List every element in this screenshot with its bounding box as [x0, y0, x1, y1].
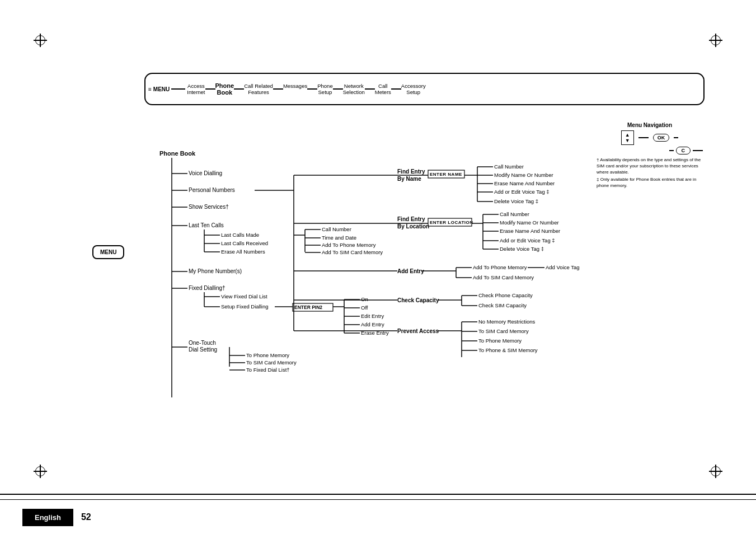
svg-text:One-Touch: One-Touch [189, 340, 216, 346]
svg-text:Delete Voice Tag ‡: Delete Voice Tag ‡ [494, 198, 538, 204]
nav-c-row: C [597, 147, 703, 154]
registration-mark-bl [34, 465, 47, 478]
menu-item-call-meters: Call Meters [375, 83, 391, 95]
svg-text:Add Entry: Add Entry [397, 268, 424, 274]
svg-text:Call Number: Call Number [500, 211, 529, 217]
page-number: 52 [81, 512, 91, 522]
svg-text:Add To SIM Card Memory: Add To SIM Card Memory [473, 274, 534, 280]
svg-text:Last Calls Received: Last Calls Received [221, 240, 268, 246]
svg-text:ENTER PIN2: ENTER PIN2 [294, 305, 322, 310]
nav-c-right-line [693, 150, 703, 151]
prefix-line [171, 88, 185, 90]
svg-text:Dial Setting: Dial Setting [189, 346, 217, 353]
menu-prefix: ≡ ≡MENU MENU [148, 86, 185, 92]
svg-text:Off: Off [361, 305, 368, 311]
svg-text:View Fixed Dial List: View Fixed Dial List [221, 293, 267, 299]
svg-text:To SIM Card Memory: To SIM Card Memory [478, 328, 529, 334]
svg-text:Time and Date: Time and Date [322, 235, 356, 241]
svg-text:Modify Name Or Number: Modify Name Or Number [500, 219, 559, 226]
svg-text:By Location: By Location [397, 223, 429, 229]
svg-text:To SIM Card Memory: To SIM Card Memory [246, 359, 297, 366]
footer-line-top [0, 499, 756, 500]
svg-text:Fixed Dialling†: Fixed Dialling† [189, 285, 226, 291]
phone-book-diagram: Phone Book Voice Dialling Personal Numbe… [143, 123, 602, 448]
svg-text:To Phone Memory: To Phone Memory [246, 352, 289, 358]
svg-text:Call Number: Call Number [322, 226, 351, 232]
svg-text:To Phone & SIM Memory: To Phone & SIM Memory [478, 347, 538, 353]
svg-text:ENTER NAME: ENTER NAME [430, 172, 462, 177]
menu-item-phone-setup: Phone Setup [317, 83, 332, 95]
menu-bar-container: ≡ ≡MENU MENU Access Internet Phone Book … [144, 73, 705, 105]
svg-text:Check Capacity: Check Capacity [397, 297, 439, 303]
connector-6 [365, 88, 375, 90]
connector-7 [391, 88, 401, 90]
svg-text:Find Entry: Find Entry [397, 216, 425, 222]
svg-text:By Name: By Name [397, 176, 421, 182]
svg-text:Edit Entry: Edit Entry [361, 313, 384, 319]
svg-text:Add Voice Tag: Add Voice Tag [546, 264, 580, 270]
connector-5 [333, 88, 343, 90]
registration-mark-tl [34, 34, 47, 47]
svg-text:Modify Name Or Number: Modify Name Or Number [494, 172, 553, 178]
svg-text:Setup Fixed Dialling: Setup Fixed Dialling [221, 303, 269, 310]
svg-text:Erase Name And Number: Erase Name And Number [500, 228, 560, 234]
svg-text:Add To SIM Card Memory: Add To SIM Card Memory [322, 249, 383, 255]
nav-arrows-box: ▲ ▼ [621, 130, 634, 145]
nav-up-down: ▲ ▼ OK [597, 130, 703, 145]
connector-1 [205, 88, 215, 90]
svg-text:Voice Dialling: Voice Dialling [189, 170, 222, 176]
menu-item-network-selection: Network Selection [343, 83, 365, 95]
svg-text:Add Entry: Add Entry [361, 321, 384, 327]
svg-text:Add or Edit Voice Tag ‡: Add or Edit Voice Tag ‡ [500, 237, 555, 243]
menu-item-accessory-setup: Accessory Setup [401, 83, 426, 95]
svg-text:On: On [361, 296, 368, 302]
svg-text:Delete Voice Tag ‡: Delete Voice Tag ‡ [500, 246, 544, 252]
nav-c-left-line [669, 150, 674, 151]
svg-text:Phone Book: Phone Book [159, 150, 196, 157]
svg-text:Erase Name And Number: Erase Name And Number [494, 180, 555, 186]
connector-2 [234, 88, 244, 90]
footer: English 52 [0, 494, 756, 534]
menu-item-messages: Messages _ [283, 83, 307, 95]
svg-text:Add To Phone Memory: Add To Phone Memory [473, 264, 527, 270]
svg-text:Add To Phone Memory: Add To Phone Memory [322, 242, 376, 248]
menu-navigation-box: Menu Navigation ▲ ▼ OK C † Availability … [597, 122, 703, 189]
svg-text:To Phone Memory: To Phone Memory [478, 338, 522, 344]
menu-prefix-lines: ≡ [148, 86, 152, 92]
footnote-1: † Availability depends on the type and s… [597, 157, 703, 175]
connector-4 [307, 88, 317, 90]
registration-mark-tr [709, 34, 722, 47]
svg-text:No Memory Restrictions: No Memory Restrictions [478, 318, 536, 325]
nav-c-label: C [676, 147, 691, 154]
language-label: English [22, 509, 73, 526]
svg-text:Personal Numbers: Personal Numbers [189, 187, 235, 193]
nav-arrow-right-end [674, 137, 678, 138]
registration-mark-br [709, 465, 722, 478]
footnote-2: ‡ Only available for Phone Book entries … [597, 177, 703, 189]
svg-text:Erase All Numbers: Erase All Numbers [221, 249, 265, 255]
svg-text:Find Entry: Find Entry [397, 168, 425, 175]
svg-text:ENTER LOCATION: ENTER LOCATION [430, 220, 473, 225]
menu-item-call-related: Call Related Features [244, 83, 273, 95]
nav-title: Menu Navigation [597, 122, 703, 128]
menu-button-icon: MENU [92, 245, 124, 259]
svg-text:Prevent Access: Prevent Access [397, 328, 439, 334]
connector-3 [273, 88, 283, 90]
menu-item-access-internet: Access Internet [187, 83, 205, 95]
menu-item-phone-book: Phone Book [215, 82, 234, 96]
svg-text:Add or Edit Voice Tag ‡: Add or Edit Voice Tag ‡ [494, 189, 550, 195]
svg-text:Call Number: Call Number [494, 163, 524, 170]
nav-arrow-right-line [638, 137, 649, 138]
svg-text:Check SIM Capacity: Check SIM Capacity [478, 302, 527, 308]
svg-text:To Fixed Dial List†: To Fixed Dial List† [246, 367, 290, 373]
svg-text:Show Services†: Show Services† [189, 204, 229, 210]
svg-text:Check Phone Capacity: Check Phone Capacity [478, 292, 533, 298]
nav-ok-label: OK [653, 134, 670, 142]
svg-text:Last Ten Calls: Last Ten Calls [189, 222, 224, 228]
svg-text:Last Calls Made: Last Calls Made [221, 232, 259, 238]
svg-text:My Phone Number(s): My Phone Number(s) [189, 268, 242, 274]
